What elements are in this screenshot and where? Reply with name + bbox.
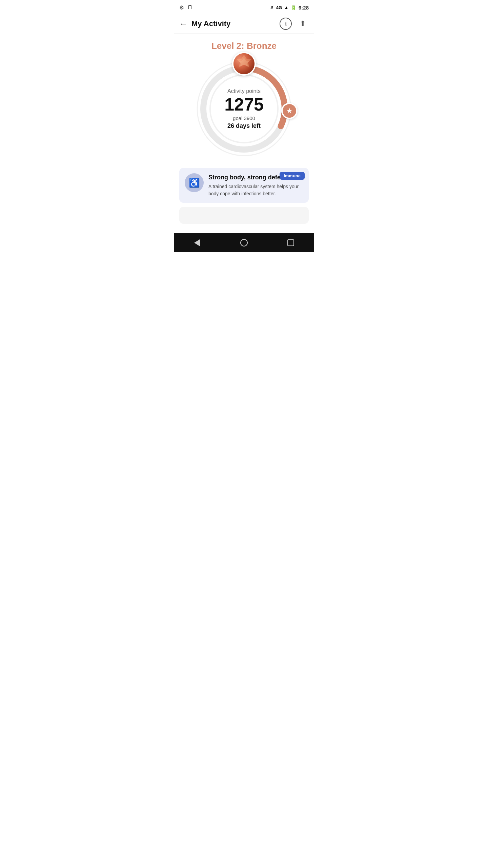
nav-actions: ℹ ⬆ bbox=[280, 18, 309, 30]
info-icon: ℹ bbox=[285, 21, 287, 26]
partial-card bbox=[179, 207, 309, 224]
medal-inner bbox=[233, 53, 255, 74]
recents-square-icon bbox=[287, 239, 294, 246]
battery-icon: 🔋 bbox=[291, 5, 297, 10]
settings-icon: ⚙ bbox=[179, 4, 184, 11]
level-title: Level 2: Bronze bbox=[179, 41, 309, 51]
svg-point-1 bbox=[210, 75, 278, 143]
share-button[interactable]: ⬆ bbox=[297, 18, 309, 30]
task-icon: 🗒 bbox=[187, 4, 193, 11]
share-icon: ⬆ bbox=[300, 19, 306, 28]
network-label: 4G bbox=[276, 5, 282, 10]
medal-icon bbox=[232, 52, 256, 76]
bottom-nav bbox=[174, 233, 314, 252]
status-bar: ⚙ 🗒 ✗ 4G ▲ 🔋 9:28 bbox=[174, 0, 314, 14]
main-content: Level 2: Bronze bbox=[174, 34, 314, 233]
status-time: 9:28 bbox=[299, 5, 309, 11]
medal-facets-svg bbox=[233, 53, 255, 74]
status-bar-left: ⚙ 🗒 bbox=[179, 4, 193, 11]
page-title: My Activity bbox=[191, 19, 280, 28]
activity-ring-container: ★ Activity points 1275 goal 3900 26 days… bbox=[179, 58, 309, 160]
star-indicator: ★ bbox=[281, 103, 298, 119]
back-nav-button[interactable] bbox=[187, 236, 207, 250]
home-nav-button[interactable] bbox=[234, 236, 254, 250]
home-circle-icon bbox=[240, 239, 248, 246]
info-card-description: A trained cardiovascular system helps yo… bbox=[208, 183, 303, 197]
info-card-badge: immune bbox=[280, 172, 305, 180]
status-bar-right: ✗ 4G ▲ 🔋 9:28 bbox=[270, 5, 309, 11]
bluetooth-icon: ✗ bbox=[270, 5, 274, 10]
svg-point-3 bbox=[197, 62, 291, 156]
nav-bar: ← My Activity ℹ ⬆ bbox=[174, 14, 314, 34]
accessibility-icon: ♿ bbox=[189, 178, 200, 188]
signal-icon: ▲ bbox=[284, 5, 289, 10]
back-button[interactable]: ← bbox=[179, 19, 187, 28]
info-card-icon-wrapper: ♿ bbox=[185, 173, 204, 192]
info-card: immune ♿ Strong body, strong defense A t… bbox=[179, 168, 309, 203]
activity-ring-wrapper: ★ Activity points 1275 goal 3900 26 days… bbox=[193, 58, 295, 160]
star-icon: ★ bbox=[286, 106, 293, 115]
back-triangle-icon bbox=[194, 239, 200, 246]
info-button[interactable]: ℹ bbox=[280, 18, 292, 30]
recents-nav-button[interactable] bbox=[281, 236, 301, 250]
